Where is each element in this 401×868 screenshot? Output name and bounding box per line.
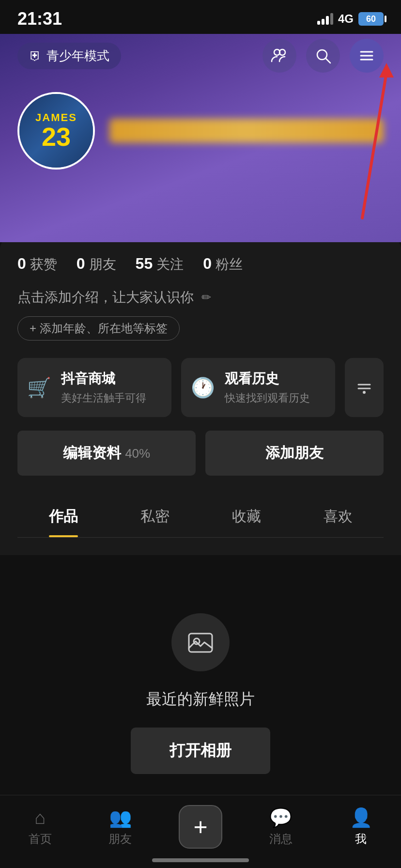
tab-private-label: 私密 (140, 508, 170, 524)
home-icon: ⌂ (34, 807, 46, 828)
nav-me[interactable]: 👤 我 (337, 807, 385, 847)
messages-icon: 💬 (269, 807, 292, 828)
stat-friends: 0 朋友 (77, 255, 116, 274)
nav-create[interactable]: + (176, 805, 225, 849)
shop-card[interactable]: 🛒 抖音商城 美好生活触手可得 (17, 358, 171, 417)
nav-friends[interactable]: 👥 朋友 (96, 807, 144, 847)
stat-likes: 0 获赞 (17, 255, 57, 274)
followers-number: 0 (203, 255, 212, 273)
svg-point-11 (363, 391, 366, 394)
edit-profile-btn[interactable]: 编辑资料 40% (17, 431, 196, 476)
home-indicator (152, 858, 249, 862)
edit-profile-percent: 40% (125, 446, 150, 461)
avatar[interactable]: JAMES 23 (17, 92, 95, 170)
friends-number: 0 (77, 255, 85, 273)
friends-nav-icon: 👥 (109, 807, 132, 828)
empty-title: 最近的新鲜照片 (146, 689, 255, 710)
svg-rect-12 (189, 634, 212, 652)
battery-indicator: 60 (358, 12, 384, 26)
following-label: 关注 (156, 255, 184, 274)
likes-number: 0 (17, 255, 26, 273)
svg-line-5 (325, 58, 330, 63)
tab-private[interactable]: 私密 (109, 493, 200, 537)
tab-works[interactable]: 作品 (17, 493, 109, 537)
bio-placeholder: 点击添加介绍，让大家认识你 (17, 288, 194, 307)
me-icon: 👤 (350, 807, 372, 828)
stats-row: 0 获赞 0 朋友 55 关注 0 粉丝 (17, 255, 384, 274)
more-btn[interactable] (345, 358, 384, 417)
nav-home-label: 首页 (29, 831, 52, 847)
shop-title: 抖音商城 (61, 370, 146, 388)
edit-icon: ✏ (201, 291, 211, 304)
status-bar: 21:31 4G 60 (0, 0, 401, 34)
friends-label: 朋友 (89, 255, 116, 274)
nav-messages-label: 消息 (269, 831, 293, 847)
youth-mode-label: 青少年模式 (46, 47, 109, 64)
add-friend-label: 添加朋友 (265, 445, 324, 461)
followers-label: 粉丝 (216, 255, 243, 274)
action-cards: 🛒 抖音商城 美好生活触手可得 🕐 观看历史 快速找到观看历史 (17, 358, 384, 417)
shop-subtitle: 美好生活触手可得 (61, 391, 146, 405)
following-number: 55 (136, 255, 153, 273)
plus-btn[interactable]: + (179, 805, 222, 849)
stat-following[interactable]: 55 关注 (136, 255, 184, 274)
tab-works-label: 作品 (49, 508, 78, 524)
youth-icon: ⛨ (29, 48, 42, 63)
username-blurred (109, 119, 384, 143)
empty-icon (171, 613, 230, 671)
tab-likes[interactable]: 喜欢 (292, 493, 384, 537)
open-album-label: 打开相册 (170, 742, 231, 759)
tab-favorites[interactable]: 收藏 (200, 493, 292, 537)
history-text: 观看历史 快速找到观看历史 (225, 370, 310, 405)
history-title: 观看历史 (225, 370, 310, 388)
likes-label: 获赞 (30, 255, 57, 274)
nav-me-label: 我 (355, 831, 367, 847)
friends-icon-btn[interactable] (262, 39, 296, 73)
nav-friends-label: 朋友 (108, 831, 132, 847)
tag-add-label: + 添加年龄、所在地等标签 (30, 321, 168, 336)
shop-icon: 🛒 (27, 376, 51, 399)
jersey-number: 23 (42, 124, 71, 150)
status-icons: 4G 60 (317, 12, 384, 26)
youth-mode-badge[interactable]: ⛨ 青少年模式 (17, 43, 121, 69)
menu-icon-btn[interactable] (350, 39, 384, 73)
cta-buttons: 编辑资料 40% 添加朋友 (17, 431, 384, 476)
add-friend-btn[interactable]: 添加朋友 (205, 431, 384, 476)
bio-row[interactable]: 点击添加介绍，让大家认识你 ✏ (17, 288, 384, 307)
open-album-btn[interactable]: 打开相册 (131, 728, 270, 774)
status-time: 21:31 (17, 9, 62, 29)
stat-followers: 0 粉丝 (203, 255, 243, 274)
empty-state: 最近的新鲜照片 打开相册 (0, 555, 401, 803)
history-card[interactable]: 🕐 观看历史 快速找到观看历史 (181, 358, 335, 417)
dark-section: 0 获赞 0 朋友 55 关注 0 粉丝 点击添加介绍，让大家认识你 ✏ + 添… (0, 237, 401, 555)
history-subtitle: 快速找到观看历史 (225, 391, 310, 405)
profile-header: ⛨ 青少年模式 (0, 34, 401, 242)
avatar-inner: JAMES 23 (19, 94, 93, 168)
tabs-row: 作品 私密 收藏 喜欢 (17, 493, 384, 538)
tab-favorites-label: 收藏 (232, 508, 261, 524)
search-icon-btn[interactable] (306, 39, 340, 73)
top-nav: ⛨ 青少年模式 (17, 39, 384, 73)
signal-icon (317, 13, 333, 25)
history-icon: 🕐 (191, 376, 215, 399)
nav-messages[interactable]: 💬 消息 (257, 807, 305, 847)
profile-info-row: JAMES 23 (17, 92, 384, 170)
tag-add-btn[interactable]: + 添加年龄、所在地等标签 (17, 316, 180, 341)
bottom-nav: ⌂ 首页 👥 朋友 + 💬 消息 👤 我 (0, 795, 401, 868)
nav-home[interactable]: ⌂ 首页 (16, 807, 64, 847)
nav-icons (262, 39, 384, 73)
network-label: 4G (338, 12, 354, 26)
edit-profile-label: 编辑资料 (63, 445, 125, 461)
tab-likes-label: 喜欢 (324, 508, 353, 524)
plus-icon: + (193, 813, 207, 841)
shop-text: 抖音商城 美好生活触手可得 (61, 370, 146, 405)
